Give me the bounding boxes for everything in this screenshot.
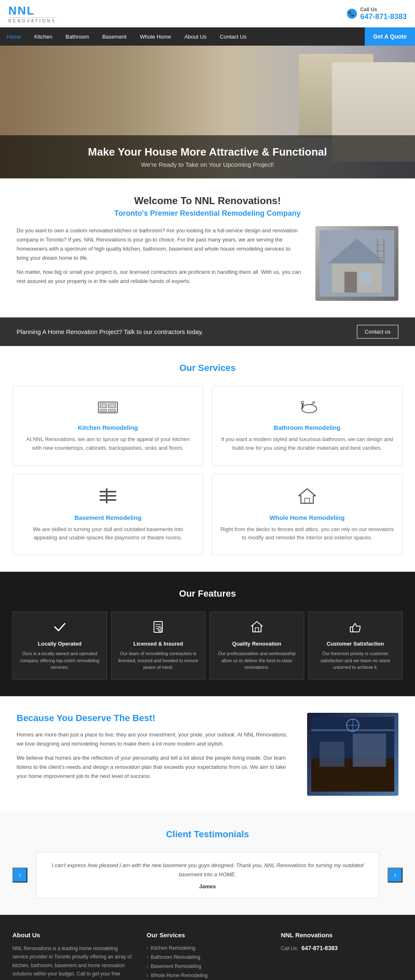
testimonials-title: Client Testimonials xyxy=(12,829,403,840)
nav-item-basement[interactable]: Basement xyxy=(95,28,133,46)
footer-about: About Us NNL Renovations is a leading ho… xyxy=(12,931,134,980)
svg-rect-38 xyxy=(353,734,386,767)
service-title-bathroom: Bathroom Remodeling xyxy=(220,424,394,431)
nav-link-about[interactable]: About Us xyxy=(178,28,213,46)
feature-card-quality: Quality Renovation Our professionalism a… xyxy=(210,612,304,680)
footer-link-wholehome[interactable]: Whole Home Remodeling xyxy=(146,973,208,978)
footer-phone: 647-871-8383 xyxy=(302,945,338,951)
nav-list: Home Kitchen Bathroom Basement Whole Hom… xyxy=(0,28,365,46)
document-icon xyxy=(118,620,199,636)
testimonial-content: I can't express how pleased I am with th… xyxy=(36,852,379,898)
list-item[interactable]: Kitchen Remodeling xyxy=(146,944,268,951)
footer-grid: About Us NNL Renovations is a leading ho… xyxy=(12,931,403,980)
cta-text: Planning A Home Renovation Project? Talk… xyxy=(17,328,203,335)
service-desc-wholehome: Right from the decks to fences and attic… xyxy=(220,525,394,543)
feature-card-satisfaction: Customer Satisfaction Our foremost prior… xyxy=(308,612,403,680)
service-title-wholehome: Whole Home Remodeling xyxy=(220,514,394,521)
service-desc-bathroom: If you want a modern styled and luxuriou… xyxy=(220,435,394,453)
nav-link-bathroom[interactable]: Bathroom xyxy=(59,28,95,46)
hero-section: Make Your House More Attractive & Functi… xyxy=(0,46,415,178)
testimonial-author: James xyxy=(49,883,366,890)
logo-sub: RENOVATIONS xyxy=(8,17,56,23)
footer-services-title: Our Services xyxy=(146,931,268,939)
phone-icon: 📞 xyxy=(347,9,357,19)
footer-contact-title: NNL Renovations xyxy=(281,931,403,939)
svg-point-16 xyxy=(302,405,317,413)
feature-desc-locally: Ours is a locally owned and operated com… xyxy=(19,650,100,671)
feature-desc-licensed: Our team of remodeling contractors is li… xyxy=(118,650,199,671)
service-card-wholehome: Whole Home Remodeling Right from the dec… xyxy=(212,474,403,556)
footer-services: Our Services Kitchen Remodeling Bathroom… xyxy=(146,931,268,980)
svg-rect-12 xyxy=(100,404,107,408)
nav-link-whole-home[interactable]: Whole Home xyxy=(133,28,178,46)
list-item[interactable]: Whole Home Remodeling xyxy=(146,972,268,978)
feature-desc-quality: Our professionalism and workmanship allo… xyxy=(216,650,298,671)
features-section: Our Features Locally Operated Ours is a … xyxy=(0,572,415,696)
deserve-heading: Because You Deserve The Best! xyxy=(17,713,295,724)
nav-item-bathroom[interactable]: Bathroom xyxy=(59,28,95,46)
hero-subtitle: We're Ready to Take on Your Upcoming Pro… xyxy=(8,161,407,168)
footer-contact: NNL Renovations Call Us: 647-871-8383 xyxy=(281,931,403,980)
service-title-kitchen: Kitchen Remodeling xyxy=(21,424,195,431)
nav-item-kitchen[interactable]: Kitchen xyxy=(28,28,59,46)
welcome-text: Do you want to own a custom renovated ki… xyxy=(17,226,303,301)
footer-services-list: Kitchen Remodeling Bathroom Remodeling B… xyxy=(146,944,268,978)
features-grid: Locally Operated Ours is a locally owned… xyxy=(12,612,403,680)
footer-about-text: NNL Renovations is a leading home remode… xyxy=(12,944,134,980)
testimonial-next-button[interactable]: › xyxy=(388,868,403,882)
welcome-subheading: Toronto's Premier Residential Remodeling… xyxy=(17,209,398,218)
deserve-section: Because You Deserve The Best! Homes are … xyxy=(0,696,415,812)
footer-about-title: About Us xyxy=(12,931,134,939)
welcome-para1: Do you want to own a custom renovated ki… xyxy=(17,226,303,263)
kitchen-icon xyxy=(21,399,195,419)
deserve-image xyxy=(307,713,398,796)
list-item[interactable]: Bathroom Remodeling xyxy=(146,953,268,960)
service-card-basement: Basement Remodeling We are skilled in tu… xyxy=(12,474,203,556)
thumbsup-icon xyxy=(315,620,396,636)
contact-us-button[interactable]: Contact us xyxy=(357,325,398,339)
svg-rect-34 xyxy=(350,627,353,632)
header: NNL RENOVATIONS 📞 Call Us 647-871-8383 xyxy=(0,0,415,27)
nav-item-contact[interactable]: Contact Us xyxy=(213,28,253,46)
services-section: Our Services Kitchen Remodeling At NNL R… xyxy=(0,346,415,572)
basement-icon xyxy=(21,487,195,509)
nav-item-about[interactable]: About Us xyxy=(178,28,213,46)
service-desc-basement: We are skilled in turning your dull and … xyxy=(21,525,195,543)
wholehome-icon xyxy=(220,487,394,509)
nav-item-home[interactable]: Home xyxy=(0,28,28,46)
cta-banner: Planning A Home Renovation Project? Talk… xyxy=(0,317,415,346)
testimonial-prev-button[interactable]: ‹ xyxy=(12,868,27,882)
svg-marker-32 xyxy=(251,622,262,632)
svg-marker-25 xyxy=(299,489,315,503)
welcome-section: Welcome To NNL Renovations! Toronto's Pr… xyxy=(0,178,415,317)
feature-title-quality: Quality Renovation xyxy=(216,641,298,647)
service-card-bathroom: Bathroom Remodeling If you want a modern… xyxy=(212,386,403,466)
feature-desc-satisfaction: Our foremost priority is customer satisf… xyxy=(315,650,396,671)
house2-icon xyxy=(216,620,298,636)
svg-rect-22 xyxy=(100,499,116,501)
footer-link-kitchen[interactable]: Kitchen Remodeling xyxy=(146,945,195,951)
bathroom-icon xyxy=(220,399,394,419)
footer-link-bathroom[interactable]: Bathroom Remodeling xyxy=(146,954,200,960)
svg-rect-15 xyxy=(108,410,116,412)
call-info: 📞 Call Us 647-871-8383 xyxy=(347,7,407,21)
service-title-basement: Basement Remodeling xyxy=(21,514,195,521)
nav-link-basement[interactable]: Basement xyxy=(95,28,133,46)
nav-item-whole-home[interactable]: Whole Home xyxy=(133,28,178,46)
feature-card-locally: Locally Operated Ours is a locally owned… xyxy=(12,612,107,680)
get-quote-button[interactable]: Get A Quote xyxy=(365,27,415,46)
hero-title: Make Your House More Attractive & Functi… xyxy=(8,146,407,158)
footer-link-basement[interactable]: Basement Remodeling xyxy=(146,963,201,969)
list-item[interactable]: Basement Remodeling xyxy=(146,963,268,969)
nav-link-contact[interactable]: Contact Us xyxy=(213,28,253,46)
features-title: Our Features xyxy=(12,588,403,599)
nav-link-home[interactable]: Home xyxy=(0,28,28,46)
svg-rect-26 xyxy=(305,498,310,503)
feature-title-satisfaction: Customer Satisfaction xyxy=(315,641,396,647)
nav-link-kitchen[interactable]: Kitchen xyxy=(28,28,59,46)
svg-rect-13 xyxy=(108,404,116,408)
checkmark-icon xyxy=(19,620,100,636)
svg-point-20 xyxy=(313,402,315,403)
footer: About Us NNL Renovations is a leading ho… xyxy=(0,915,415,980)
logo-text: NNL xyxy=(8,4,56,17)
